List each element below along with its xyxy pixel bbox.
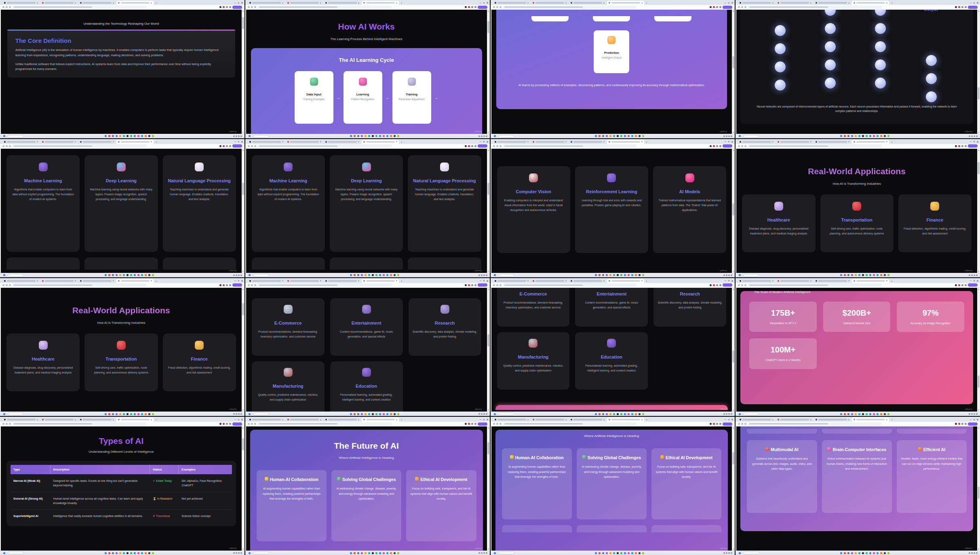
scrollbar-thumb[interactable] xyxy=(732,452,734,464)
taskbar-icon[interactable] xyxy=(105,413,107,415)
browser-tab[interactable] xyxy=(776,418,813,422)
start-button[interactable] xyxy=(3,413,5,415)
tab-close-icon[interactable] xyxy=(527,280,529,281)
tab-close-icon[interactable] xyxy=(565,419,567,420)
address-bar[interactable] xyxy=(748,283,882,287)
taskbar-icon[interactable] xyxy=(354,274,356,276)
tray-icon[interactable] xyxy=(236,413,237,415)
maximize-button[interactable] xyxy=(238,280,239,281)
browser-tab[interactable] xyxy=(78,418,116,422)
tab-close-icon[interactable] xyxy=(320,2,321,4)
forward-button[interactable] xyxy=(6,284,8,286)
page-scrollbar[interactable]: ▲▼ xyxy=(487,426,490,551)
extension-icon[interactable] xyxy=(226,423,228,425)
taskbar-icon[interactable] xyxy=(635,413,637,415)
page-scrollbar[interactable]: ▲▼ xyxy=(242,149,244,273)
extension-icon[interactable] xyxy=(468,145,470,147)
minimize-button[interactable] xyxy=(725,3,726,3)
refresh-button[interactable] xyxy=(744,145,746,147)
taskbar-search[interactable] xyxy=(743,274,759,276)
browser-tab[interactable] xyxy=(814,279,851,283)
address-bar[interactable] xyxy=(503,144,637,148)
tab-close-icon[interactable] xyxy=(320,419,321,420)
tray-icon[interactable] xyxy=(240,135,242,137)
taskbar-icon[interactable] xyxy=(145,274,147,276)
maximize-button[interactable] xyxy=(728,280,729,281)
extension-icon[interactable] xyxy=(465,284,467,286)
scroll-up-icon[interactable]: ▲ xyxy=(242,427,244,429)
tray-icon[interactable] xyxy=(969,274,970,276)
browser-tab[interactable] xyxy=(493,140,530,144)
refresh-button[interactable] xyxy=(499,423,502,425)
scroll-up-icon[interactable]: ▲ xyxy=(978,149,980,151)
extension-icon[interactable] xyxy=(958,284,960,286)
extension-icon[interactable] xyxy=(961,284,963,286)
browser-tab[interactable] xyxy=(852,1,889,5)
scroll-down-icon[interactable]: ▼ xyxy=(487,548,489,550)
extension-icon[interactable] xyxy=(955,284,957,286)
tab-close-icon[interactable] xyxy=(75,141,76,142)
scrollbar-thumb[interactable] xyxy=(732,56,734,68)
close-button[interactable] xyxy=(487,141,488,143)
extension-icon[interactable] xyxy=(958,6,960,8)
page-scrollbar[interactable]: ▲▼ xyxy=(487,10,490,134)
tray-icon[interactable] xyxy=(726,413,727,415)
taskbar-icon[interactable] xyxy=(873,274,875,276)
taskbar-icon[interactable] xyxy=(873,135,875,137)
tab-close-icon[interactable] xyxy=(358,280,359,281)
browser-tab[interactable] xyxy=(286,140,323,144)
taskbar-icon[interactable] xyxy=(350,274,352,276)
extension-icon[interactable] xyxy=(719,284,721,286)
taskbar-icon[interactable] xyxy=(869,274,871,276)
browser-tab[interactable] xyxy=(738,279,775,283)
taskbar-icon[interactable] xyxy=(368,135,370,137)
minimize-button[interactable] xyxy=(480,281,481,281)
taskbar-icon[interactable] xyxy=(617,552,619,554)
profile-chip[interactable] xyxy=(232,422,242,426)
browser-tab[interactable] xyxy=(78,140,116,144)
scroll-up-icon[interactable]: ▲ xyxy=(487,288,489,290)
browser-tab[interactable] xyxy=(738,140,775,144)
address-bar[interactable] xyxy=(748,422,882,426)
browser-tab[interactable] xyxy=(776,279,813,283)
taskbar-icon[interactable] xyxy=(880,274,882,276)
tab-close-icon[interactable] xyxy=(848,419,849,420)
taskbar-icon[interactable] xyxy=(887,274,889,276)
refresh-button[interactable] xyxy=(9,284,11,286)
tray-icon[interactable] xyxy=(974,552,975,554)
taskbar-icon[interactable] xyxy=(631,552,633,554)
scrollbar-thumb[interactable] xyxy=(242,17,244,29)
address-bar[interactable] xyxy=(257,144,392,148)
tab-close-icon[interactable] xyxy=(37,280,38,281)
taskbar-icon[interactable] xyxy=(119,552,121,554)
new-tab-button[interactable]: + xyxy=(891,418,894,421)
taskbar-icon[interactable] xyxy=(390,274,392,276)
taskbar-icon[interactable] xyxy=(613,552,615,554)
browser-tab[interactable] xyxy=(852,279,889,283)
extension-icon[interactable] xyxy=(223,284,225,286)
page-scrollbar[interactable]: ▲▼ xyxy=(732,288,735,412)
taskbar-icon[interactable] xyxy=(112,135,114,137)
taskbar-icon[interactable] xyxy=(116,413,118,415)
taskbar-icon[interactable] xyxy=(126,413,129,415)
tab-close-icon[interactable] xyxy=(886,2,887,4)
tab-close-icon[interactable] xyxy=(810,419,811,420)
page-scrollbar[interactable]: ▲▼ xyxy=(242,426,244,551)
taskbar-icon[interactable] xyxy=(108,413,110,415)
minimize-button[interactable] xyxy=(480,420,481,420)
tab-close-icon[interactable] xyxy=(848,141,849,142)
tab-close-icon[interactable] xyxy=(641,419,643,420)
refresh-button[interactable] xyxy=(254,145,256,147)
browser-tab[interactable] xyxy=(2,140,40,144)
taskbar-search[interactable] xyxy=(498,413,514,415)
taskbar-search[interactable] xyxy=(8,413,24,415)
new-tab-button[interactable]: + xyxy=(401,2,403,4)
taskbar-icon[interactable] xyxy=(642,552,644,554)
tab-close-icon[interactable] xyxy=(151,280,152,281)
close-button[interactable] xyxy=(731,141,733,143)
extension-icon[interactable] xyxy=(229,284,231,286)
tray-icon[interactable] xyxy=(240,274,242,276)
new-tab-button[interactable]: + xyxy=(891,141,894,143)
tab-close-icon[interactable] xyxy=(37,419,38,420)
taskbar-icon[interactable] xyxy=(112,274,114,276)
